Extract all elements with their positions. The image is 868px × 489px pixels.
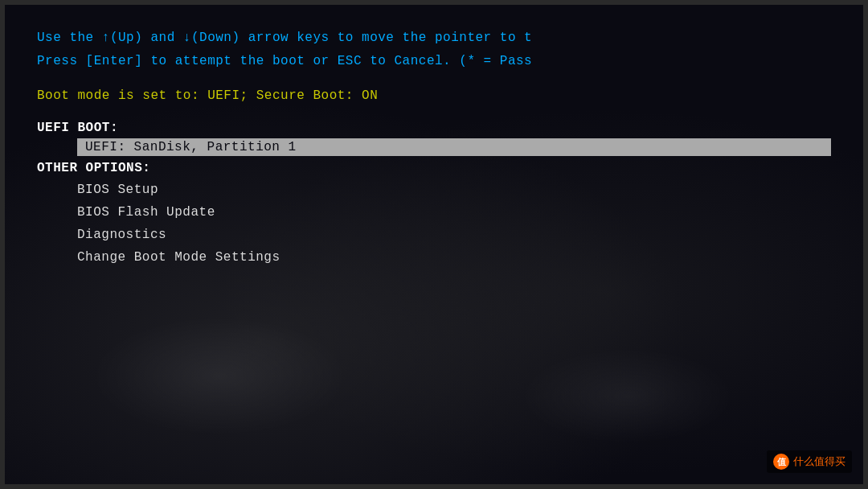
menu-item-bios-setup[interactable]: BIOS Setup [77,179,831,201]
menu-item-change-boot[interactable]: Change Boot Mode Settings [77,246,831,269]
watermark: 值 什么值得买 [767,450,852,473]
instruction-line-1: Use the ↑(Up) and ↓(Down) arrow keys to … [37,27,831,49]
selected-boot-item[interactable]: UEFI: SanDisk, Partition 1 [77,138,831,156]
other-options-label: OTHER OPTIONS: [37,161,831,175]
boot-mode-line: Boot mode is set to: UEFI; Secure Boot: … [37,88,831,103]
monitor-frame: Use the ↑(Up) and ↓(Down) arrow keys to … [0,0,868,489]
watermark-logo: 值 [773,454,789,470]
watermark-label: 什么值得买 [793,454,845,469]
menu-item-diagnostics[interactable]: Diagnostics [77,224,831,246]
instruction-line-2: Press [Enter] to attempt the boot or ESC… [37,51,831,72]
uefi-boot-label: UEFI BOOT: [37,121,831,135]
menu-item-bios-flash[interactable]: BIOS Flash Update [77,201,831,224]
bios-screen: Use the ↑(Up) and ↓(Down) arrow keys to … [5,5,863,484]
